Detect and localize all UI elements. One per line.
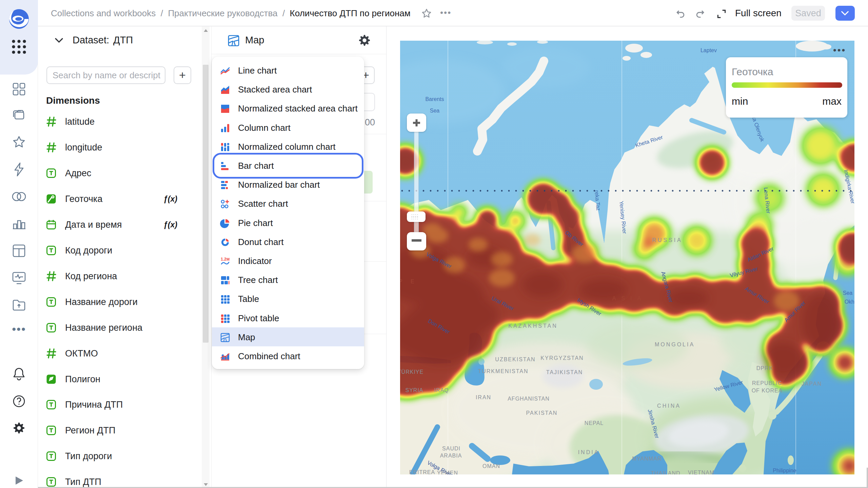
svg-text:MONGOLIA: MONGOLIA	[655, 342, 695, 347]
svg-text:ARABIA: ARABIA	[440, 453, 462, 459]
svg-text:OMAN: OMAN	[482, 463, 500, 469]
svg-text:TURKMENISTAN: TURKMENISTAN	[478, 368, 528, 374]
svg-text:Philippine: Philippine	[773, 468, 796, 473]
svg-text:DPRK: DPRK	[756, 365, 773, 371]
svg-text:Sea: Sea	[430, 108, 440, 114]
svg-text:ERITREA: ERITREA	[409, 469, 435, 474]
svg-text:ASIA: ASIA	[612, 296, 646, 301]
svg-text:MYANMAR: MYANMAR	[632, 456, 662, 462]
svg-text:NEPAL: NEPAL	[585, 420, 604, 426]
svg-text:Laptev: Laptev	[701, 47, 717, 53]
svg-text:KYRGYZSTAN: KYRGYZSTAN	[540, 355, 584, 361]
svg-text:IRAN: IRAN	[476, 394, 491, 400]
svg-text:SAUDI: SAUDI	[442, 446, 460, 451]
svg-text:RUSSIA: RUSSIA	[652, 237, 683, 243]
svg-text:1.2: 1.2	[221, 257, 226, 262]
svg-text:INDIA: INDIA	[578, 449, 599, 455]
svg-text:OF KOREA: OF KOREA	[752, 388, 783, 393]
svg-text:Barents: Barents	[425, 96, 444, 102]
svg-text:IRAQ: IRAQ	[434, 387, 449, 393]
svg-text:TAJIKISTAN: TAJIKISTAN	[546, 369, 583, 375]
svg-text:Sea: Sea	[843, 290, 853, 296]
svg-text:KAZAKHSTAN: KAZAKHSTAN	[508, 323, 558, 329]
svg-text:JAPAN: JAPAN	[802, 381, 822, 387]
svg-text:VIETNAM: VIETNAM	[688, 470, 714, 474]
svg-text:REPUBLIC: REPUBLIC	[752, 380, 782, 386]
svg-text:TÜRKIYE: TÜRKIYE	[400, 369, 423, 375]
svg-text:UZBEKISTAN: UZBEKISTAN	[495, 357, 535, 362]
svg-text:CHINA: CHINA	[657, 403, 681, 409]
svg-text:P E: P E	[400, 279, 418, 284]
svg-text:M: M	[226, 257, 230, 261]
svg-text:THAILAND: THAILAND	[651, 470, 680, 474]
svg-text:YEMEN: YEMEN	[437, 470, 458, 474]
svg-text:Okhot: Okhot	[845, 299, 854, 305]
svg-text:PAKISTAN: PAKISTAN	[526, 410, 558, 416]
svg-text:AFGHANISTAN: AFGHANISTAN	[508, 396, 550, 402]
svg-text:SYRIA: SYRIA	[405, 387, 423, 393]
